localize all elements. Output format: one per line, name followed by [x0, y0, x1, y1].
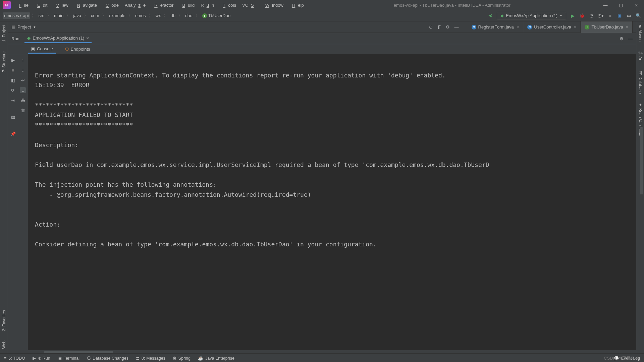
console-output[interactable]: Error starting ApplicationContext. To di… — [28, 54, 636, 350]
run-panel-title: Run: — [11, 36, 20, 41]
bottom-spring[interactable]: ❀ Spring — [173, 356, 191, 361]
run-config-selector[interactable]: ◆ EmosWxApiApplication (1) ▼ — [497, 12, 566, 19]
stop-button[interactable]: ■ — [10, 67, 16, 73]
coverage-button[interactable]: ◔ — [588, 13, 594, 19]
exit-button[interactable]: ⇥ — [10, 97, 16, 103]
soft-wrap-button[interactable]: ↩ — [20, 77, 26, 83]
project-folder-icon: ▤ — [11, 24, 15, 29]
editor-tab[interactable]: C RegisterForm.java × — [468, 21, 524, 33]
project-label: Project — [17, 24, 31, 29]
crumb[interactable]: wx — [154, 12, 162, 19]
crumb[interactable]: com — [90, 12, 101, 19]
run-config-icon: ◆ — [500, 13, 504, 18]
bottom-db-changes[interactable]: ⎔ Database Changes — [87, 356, 128, 361]
run-button[interactable]: ▶ — [570, 13, 576, 19]
run-config-label: EmosWxApiApplication (1) — [506, 13, 557, 18]
debug-button[interactable]: 🐞 — [579, 13, 585, 19]
hide-icon[interactable] — [628, 36, 633, 41]
bottom-java-ee[interactable]: ☕ Java Enterprise — [198, 356, 234, 361]
menu-view[interactable]: View — [51, 1, 71, 9]
window-title: emos-wx-api - TbUserDao.java - IntelliJ … — [307, 3, 598, 8]
endpoints-tab[interactable]: ⬡ Endpoints — [62, 45, 93, 53]
crumb[interactable]: example — [108, 12, 127, 19]
clear-button[interactable]: 🗑 — [20, 107, 26, 113]
layout-button[interactable]: ▭ — [626, 13, 632, 19]
crumb[interactable]: java — [72, 12, 83, 19]
endpoints-label: Endpoints — [71, 47, 90, 52]
menu-analyze[interactable]: Analyze — [122, 1, 148, 9]
run-session-label: EmosWxApiApplication (1) — [33, 36, 84, 41]
menu-refactor[interactable]: Refactor — [149, 1, 176, 9]
pin-button[interactable]: 📌 — [10, 131, 16, 137]
progress-area — [8, 350, 636, 353]
stop-button[interactable]: ■ — [607, 13, 613, 19]
console-tab[interactable]: ▣ Console — [28, 45, 56, 54]
sidebar-structure[interactable]: 7: Structure — [1, 50, 7, 73]
crumb[interactable]: db — [169, 12, 176, 19]
profile-button[interactable]: ◷▾ — [598, 13, 604, 19]
menu-code[interactable]: Code — [100, 1, 121, 9]
menu-run[interactable]: Run — [198, 1, 217, 9]
gear-icon[interactable] — [620, 36, 624, 41]
menu-help[interactable]: Help — [287, 1, 307, 9]
menu-window[interactable]: Window — [260, 1, 286, 9]
sidebar-project[interactable]: 1: Project — [1, 23, 7, 43]
crumb[interactable]: emos — [134, 12, 147, 19]
locate-icon[interactable]: ⊙ — [429, 24, 433, 29]
sidebar-favorites[interactable]: 2: Favorites — [1, 309, 7, 333]
class-icon: C — [472, 25, 476, 29]
chevron-down-icon: ▼ — [33, 25, 36, 29]
bottom-run[interactable]: ▶ 4: Run — [33, 356, 50, 361]
editor-tab[interactable]: C UserController.java × — [523, 21, 581, 33]
menu-edit[interactable]: Edit — [32, 1, 50, 9]
tab-label: UserController.java — [534, 24, 571, 29]
restart-button[interactable]: ⟳ — [10, 87, 16, 93]
editor-tab-active[interactable]: I TbUserDao.java × — [581, 21, 633, 33]
menu-vcs[interactable]: VCS — [239, 1, 259, 9]
tab-label: TbUserDao.java — [591, 24, 623, 29]
crumb-last[interactable]: ITbUserDao — [201, 12, 232, 19]
close-icon[interactable]: × — [86, 36, 89, 41]
bottom-toolwindow-bar: ≡ 6: TODO ▶ 4: Run ▣ Terminal ⎔ Database… — [0, 353, 644, 362]
crumb-root[interactable]: emos-wx-api — [3, 12, 30, 19]
sidebar-web[interactable]: Web — [1, 339, 7, 350]
hide-icon[interactable] — [454, 24, 459, 29]
crumb[interactable]: dao — [184, 12, 194, 19]
run-session-tab[interactable]: ◆ EmosWxApiApplication (1) × — [24, 34, 91, 43]
layout-button[interactable]: ▦ — [10, 114, 16, 120]
ide-logo: IJ — [3, 1, 11, 9]
run-gutter: ▶ ■ ◧ ⟳ ⇥ ▦ 📌 ↑ ↓ ↩ ⤓ 🖶 🗑 — [8, 54, 28, 350]
print-button[interactable]: 🖶 — [20, 97, 26, 103]
minimize-button[interactable]: — — [598, 0, 613, 10]
nav-back-icon[interactable]: ➤ — [487, 13, 493, 19]
console-icon: ▣ — [31, 46, 35, 51]
close-icon[interactable]: × — [574, 24, 577, 29]
endpoints-icon: ⬡ — [65, 47, 69, 52]
crumb[interactable]: src — [37, 12, 46, 19]
menu-navigate[interactable]: Navigate — [72, 1, 100, 9]
bottom-messages[interactable]: ≣ 0: Messages — [136, 356, 165, 361]
crumb-label: TbUserDao — [208, 13, 230, 18]
close-icon[interactable]: × — [517, 24, 519, 29]
class-icon: C — [527, 25, 532, 29]
scroll-down-button[interactable]: ↓ — [20, 67, 26, 73]
update-button[interactable]: ▣ — [616, 13, 623, 19]
run-session-icon: ◆ — [27, 36, 31, 41]
menu-file[interactable]: File — [13, 1, 31, 9]
tab-label: RegisterForm.java — [478, 24, 514, 29]
scroll-up-button[interactable]: ↑ — [20, 57, 26, 63]
expand-icon[interactable]: ⇵ — [437, 24, 441, 29]
crumb[interactable]: main — [53, 12, 65, 19]
menu-tools[interactable]: Tools — [217, 1, 239, 9]
gear-icon[interactable] — [446, 24, 450, 29]
interface-icon: I — [202, 13, 207, 18]
menu-build[interactable]: Build — [177, 1, 197, 9]
dump-button[interactable]: ◧ — [10, 77, 16, 83]
bottom-terminal[interactable]: ▣ Terminal — [58, 356, 79, 361]
scroll-to-end-button[interactable]: ⤓ — [20, 87, 26, 93]
rerun-button[interactable]: ▶ — [10, 57, 16, 63]
bottom-todo[interactable]: ≡ 6: TODO — [4, 356, 25, 361]
maximize-button[interactable]: ▢ — [613, 0, 629, 10]
close-icon[interactable]: × — [626, 24, 628, 29]
project-toolwindow-header[interactable]: ▤ Project ▼ — [11, 24, 36, 29]
